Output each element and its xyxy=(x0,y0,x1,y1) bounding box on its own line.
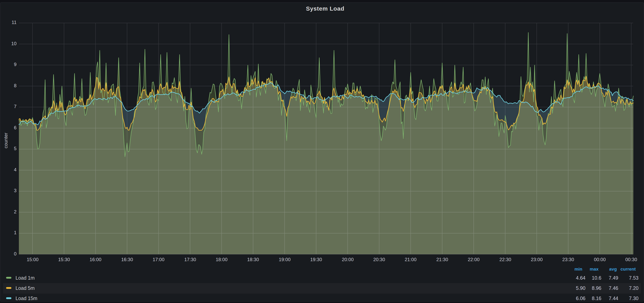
svg-text:6.06: 6.06 xyxy=(576,296,586,301)
svg-text:7.30: 7.30 xyxy=(629,296,638,301)
svg-text:23:30: 23:30 xyxy=(562,257,574,262)
svg-text:Load 1m: Load 1m xyxy=(16,275,34,280)
svg-text:7.20: 7.20 xyxy=(629,285,638,291)
svg-text:current: current xyxy=(620,267,636,272)
svg-text:counter: counter xyxy=(3,133,8,148)
svg-text:21:30: 21:30 xyxy=(436,257,448,262)
svg-text:7.46: 7.46 xyxy=(609,285,618,291)
svg-text:10.6: 10.6 xyxy=(592,275,601,280)
svg-text:8.16: 8.16 xyxy=(592,296,601,301)
svg-text:19:30: 19:30 xyxy=(310,257,322,262)
svg-text:10: 10 xyxy=(11,41,16,46)
svg-text:16:30: 16:30 xyxy=(121,257,133,262)
svg-text:5: 5 xyxy=(14,146,16,151)
svg-text:System Load: System Load xyxy=(306,5,344,12)
svg-text:Load 15m: Load 15m xyxy=(16,296,37,301)
svg-text:4: 4 xyxy=(14,167,16,172)
svg-text:5.90: 5.90 xyxy=(576,285,586,291)
svg-text:max: max xyxy=(590,267,598,272)
svg-text:0: 0 xyxy=(14,251,16,256)
svg-text:20:00: 20:00 xyxy=(342,257,354,262)
svg-text:17:30: 17:30 xyxy=(184,257,196,262)
svg-text:7.44: 7.44 xyxy=(609,296,618,301)
svg-text:00:30: 00:30 xyxy=(625,257,637,262)
svg-text:6: 6 xyxy=(14,125,16,130)
svg-text:18:30: 18:30 xyxy=(247,257,259,262)
svg-text:4.64: 4.64 xyxy=(576,275,586,280)
svg-text:20:30: 20:30 xyxy=(373,257,385,262)
svg-text:17:00: 17:00 xyxy=(153,257,164,262)
svg-text:7.49: 7.49 xyxy=(609,275,618,280)
svg-text:00:00: 00:00 xyxy=(594,257,606,262)
svg-text:15:30: 15:30 xyxy=(58,257,70,262)
svg-text:2: 2 xyxy=(14,209,16,214)
svg-text:8: 8 xyxy=(14,83,16,88)
svg-text:21:00: 21:00 xyxy=(405,257,416,262)
svg-text:1: 1 xyxy=(14,230,16,235)
svg-text:11: 11 xyxy=(12,20,16,25)
svg-text:7: 7 xyxy=(14,104,16,109)
svg-text:16:00: 16:00 xyxy=(90,257,101,262)
svg-text:22:00: 22:00 xyxy=(468,257,480,262)
svg-text:7.53: 7.53 xyxy=(629,275,638,280)
svg-text:18:00: 18:00 xyxy=(216,257,228,262)
svg-text:22:30: 22:30 xyxy=(500,257,511,262)
svg-text:19:00: 19:00 xyxy=(279,257,290,262)
svg-text:min: min xyxy=(574,267,582,272)
svg-text:Load 5m: Load 5m xyxy=(16,285,34,291)
svg-text:3: 3 xyxy=(14,188,16,193)
svg-text:8.96: 8.96 xyxy=(592,285,601,291)
svg-text:9: 9 xyxy=(14,62,16,67)
svg-text:avg: avg xyxy=(609,267,617,272)
svg-text:15:00: 15:00 xyxy=(27,257,38,262)
svg-text:23:00: 23:00 xyxy=(531,257,543,262)
